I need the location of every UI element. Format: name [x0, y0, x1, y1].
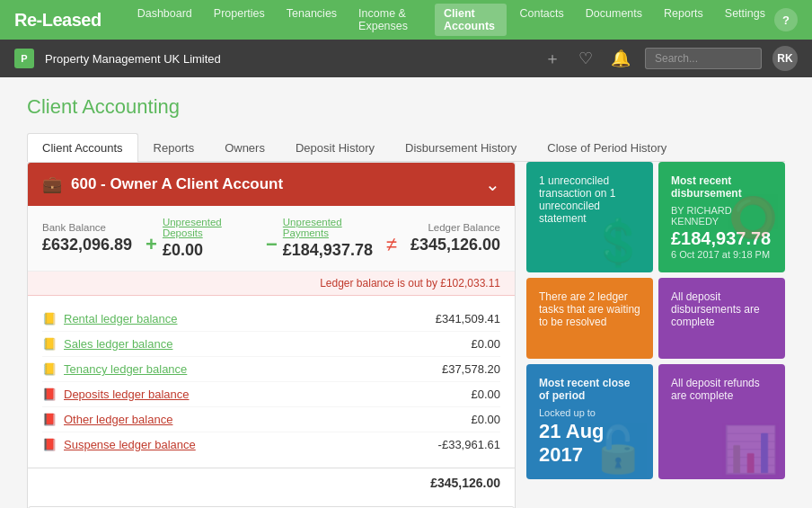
ledger-balance-value: £345,126.00: [402, 236, 500, 254]
ledger-item-left: 📒 Sales ledger balance: [42, 337, 172, 351]
company-name: Property Management UK Limited: [45, 52, 221, 66]
close-of-period-title: Most recent close of period: [539, 377, 640, 402]
suspense-ledger-value: -£33,961.61: [438, 438, 500, 451]
tab-deposit-history[interactable]: Deposit History: [280, 133, 390, 162]
collapse-icon[interactable]: ⌄: [485, 174, 500, 195]
info-row-1: 1 unreconciled transaction on 1 unreconc…: [526, 162, 785, 272]
rental-ledger-value: £341,509.41: [436, 312, 500, 325]
list-item: 📕 Other ledger balance £0.00: [42, 407, 500, 432]
other-ledger-link[interactable]: Other ledger balance: [64, 413, 172, 426]
deposit-disbursements-card[interactable]: All deposit disbursements are complete: [658, 278, 785, 359]
minus-operator: −: [260, 233, 283, 260]
unpresented-payments-value: £184,937.78: [283, 241, 381, 260]
right-panel: 1 unreconciled transaction on 1 unreconc…: [526, 162, 785, 508]
nav-contacts[interactable]: Contacts: [510, 4, 572, 36]
nav-client-accounts[interactable]: Client Accounts: [435, 4, 507, 36]
company-badge: P: [14, 49, 34, 68]
ledger-book-icon: 📒: [42, 312, 57, 325]
tab-disbursement-history[interactable]: Disbursement History: [390, 133, 532, 162]
nav-documents[interactable]: Documents: [577, 4, 651, 36]
plus-operator: +: [140, 233, 163, 260]
ledger-item-left: 📒 Rental ledger balance: [42, 312, 177, 325]
card-bg-chart-icon: 📊: [722, 423, 778, 476]
toolbar: P Property Management UK Limited ＋ ♡ 🔔 R…: [0, 40, 812, 77]
suspense-ledger-link[interactable]: Suspense ledger balance: [64, 438, 196, 451]
ledger-balance-label: Ledger Balance: [402, 222, 500, 233]
add-icon[interactable]: ＋: [541, 44, 564, 73]
bell-icon[interactable]: 🔔: [607, 45, 634, 72]
logo: Re-Leased: [14, 10, 102, 31]
close-of-period-card[interactable]: Most recent close of period Locked up to…: [526, 364, 653, 479]
deposit-refunds-card[interactable]: All deposit refunds are complete 📊: [658, 364, 785, 479]
locked-label: Locked up to: [539, 407, 640, 418]
account-bag-icon: 💼: [42, 174, 62, 194]
ledger-balance-item: Ledger Balance £345,126.00: [402, 222, 500, 254]
ledger-book-icon: 📒: [42, 337, 57, 351]
nav-dashboard[interactable]: Dashboard: [128, 4, 201, 36]
sales-ledger-link[interactable]: Sales ledger balance: [64, 337, 172, 351]
nav-properties[interactable]: Properties: [205, 4, 274, 36]
sales-ledger-value: £0.00: [471, 337, 500, 351]
info-row-3: Most recent close of period Locked up to…: [526, 364, 785, 479]
unpresented-payments-link[interactable]: Unpresented Payments: [283, 217, 342, 238]
tab-client-accounts[interactable]: Client Accounts: [27, 133, 138, 162]
unpresented-deposits-link[interactable]: Unpresented Deposits: [163, 217, 222, 238]
unpresented-deposits-value: £0.00: [163, 241, 260, 260]
disbursement-card[interactable]: Most recent disbursement BY RICHARD KENN…: [658, 162, 785, 272]
list-item: 📕 Deposits ledger balance £0.00: [42, 382, 500, 407]
list-item: 📒 Sales ledger balance £0.00: [42, 332, 500, 357]
tab-owners[interactable]: Owners: [209, 133, 280, 162]
help-button[interactable]: ?: [774, 8, 798, 31]
deposit-refunds-text: All deposit refunds are complete: [671, 377, 772, 402]
ledger-book-icon-red: 📕: [42, 413, 57, 426]
list-item: 📒 Rental ledger balance £341,509.41: [42, 307, 500, 332]
ledger-list: 📒 Rental ledger balance £341,509.41 📒 Sa…: [28, 296, 515, 468]
tab-close-of-period-history[interactable]: Close of Period History: [532, 133, 682, 162]
main-layout: 💼 600 - Owner A Client Account ⌄ Bank Ba…: [27, 162, 785, 508]
page-title: Client Accounting: [27, 95, 785, 119]
unreconciled-card[interactable]: 1 unreconciled transaction on 1 unreconc…: [526, 162, 653, 272]
nav-income-expenses[interactable]: Income & Expenses: [349, 4, 431, 36]
main-content: Client Accounting Client Accounts Report…: [0, 77, 812, 508]
tab-bar: Client Accounts Reports Owners Deposit H…: [27, 133, 785, 162]
info-row-2: There are 2 ledger tasks that are waitin…: [526, 278, 785, 359]
deposits-ledger-link[interactable]: Deposits ledger balance: [64, 388, 189, 401]
nav-tenancies[interactable]: Tenancies: [278, 4, 346, 36]
user-avatar[interactable]: RK: [772, 46, 798, 71]
tenancy-ledger-link[interactable]: Tenancy ledger balance: [64, 362, 187, 376]
list-item: 📒 Tenancy ledger balance £37,578.20: [42, 357, 500, 382]
ledger-book-icon: 📒: [42, 362, 57, 376]
rental-ledger-link[interactable]: Rental ledger balance: [64, 312, 177, 325]
other-ledger-value: £0.00: [471, 413, 500, 426]
ledger-tasks-text: There are 2 ledger tasks that are waitin…: [539, 290, 640, 328]
unpresented-deposits-label: Unpresented Deposits: [163, 217, 260, 238]
left-panel: 💼 600 - Owner A Client Account ⌄ Bank Ba…: [27, 162, 516, 508]
ledger-item-left: 📕 Suspense ledger balance: [42, 438, 196, 451]
card-bg-lock-icon: 🔓: [590, 423, 646, 476]
ledger-total-row: £345,126.00: [28, 468, 515, 497]
disbursement-date: 6 Oct 2017 at 9:18 PM: [671, 249, 772, 260]
card-bg-dollar-icon: 💲: [590, 217, 646, 269]
ledger-book-icon-red: 📕: [42, 438, 57, 451]
tenancy-ledger-value: £37,578.20: [442, 362, 500, 376]
account-title: 600 - Owner A Client Account: [71, 175, 283, 193]
list-item: 📕 Suspense ledger balance -£33,961.61: [42, 432, 500, 457]
account-header-left: 💼 600 - Owner A Client Account: [42, 174, 283, 194]
tab-reports[interactable]: Reports: [138, 133, 210, 162]
ledger-book-icon-red: 📕: [42, 388, 57, 401]
unpresented-payments-label: Unpresented Payments: [283, 217, 381, 238]
nav-reports[interactable]: Reports: [655, 4, 712, 36]
ledger-warning: Ledger balance is out by £102,033.11: [28, 272, 515, 296]
nav-settings[interactable]: Settings: [716, 4, 774, 36]
account-header: 💼 600 - Owner A Client Account ⌄: [28, 163, 515, 206]
ledger-tasks-card[interactable]: There are 2 ledger tasks that are waitin…: [526, 278, 653, 359]
ledger-total: £345,126.00: [430, 476, 500, 490]
unpresented-deposits-item: Unpresented Deposits £0.00: [163, 217, 260, 260]
bank-balance-label: Bank Balance: [42, 222, 140, 233]
deposit-disbursements-text: All deposit disbursements are complete: [671, 290, 772, 328]
deposits-ledger-value: £0.00: [471, 388, 500, 401]
heart-icon[interactable]: ♡: [575, 45, 596, 72]
ledger-item-left: 📕 Deposits ledger balance: [42, 388, 189, 401]
search-input[interactable]: [645, 48, 762, 69]
bank-balance-value: £632,096.89: [42, 236, 140, 254]
